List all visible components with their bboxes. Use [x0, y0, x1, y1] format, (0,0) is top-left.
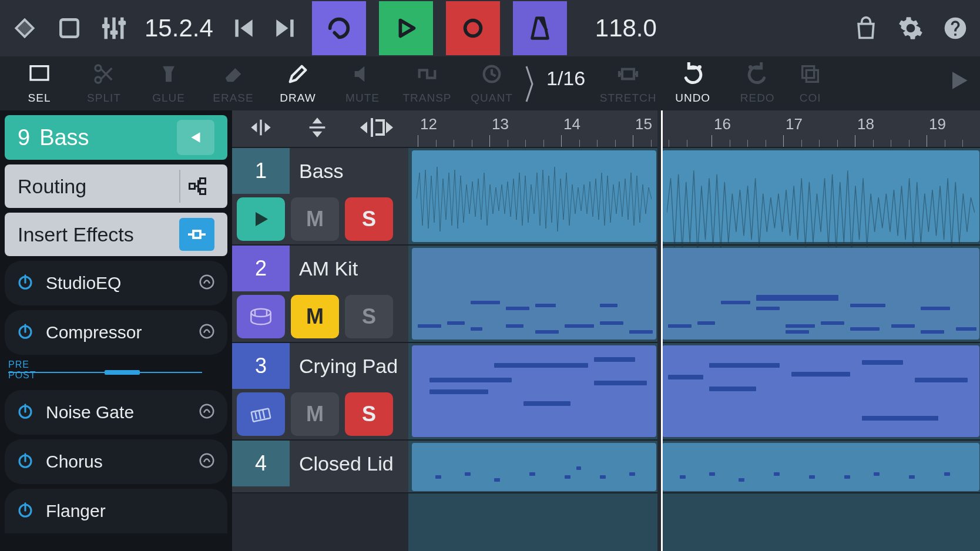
track-row[interactable]: 4 Closed Lid	[232, 441, 408, 493]
effect-item[interactable]: Compressor	[5, 310, 227, 355]
track-name: Bass	[39, 125, 89, 150]
edit-icon[interactable]	[198, 273, 216, 293]
draw-tool[interactable]: DRAW	[266, 60, 330, 105]
stretch-tool[interactable]: STRETCH	[596, 60, 660, 105]
loop-button[interactable]	[312, 1, 366, 55]
shop-icon[interactable]	[852, 14, 880, 42]
track-name-label: Crying Pad	[290, 355, 398, 378]
timeline[interactable]: 1213141516171819	[408, 110, 980, 551]
svg-rect-19	[190, 184, 195, 189]
timeline-ruler[interactable]: 1213141516171819	[408, 110, 980, 148]
power-icon[interactable]	[16, 501, 34, 521]
track-list-controls	[232, 110, 408, 148]
solo-button[interactable]: S	[345, 197, 393, 241]
audio-clip[interactable]	[412, 150, 656, 242]
undo-tool[interactable]: UNDO	[660, 60, 725, 105]
power-icon[interactable]	[16, 402, 34, 422]
tool-bar: SEL SPLIT GLUE ERASE DRAW MUTE TRANSP QU…	[0, 56, 980, 110]
midi-clip[interactable]	[412, 443, 656, 491]
solo-button[interactable]: S	[345, 392, 393, 436]
settings-icon[interactable]	[897, 14, 925, 42]
svg-rect-17	[803, 66, 814, 78]
power-icon[interactable]	[16, 322, 34, 342]
effect-item[interactable]: Noise Gate	[5, 390, 227, 435]
play-button[interactable]	[379, 1, 433, 55]
metronome-button[interactable]	[513, 1, 567, 55]
svg-point-16	[749, 65, 753, 69]
power-icon[interactable]	[16, 452, 34, 472]
solo-button[interactable]: S	[345, 295, 393, 338]
instrument-icon[interactable]	[237, 295, 285, 338]
svg-point-28	[200, 405, 214, 418]
transport-group	[230, 1, 567, 55]
power-icon[interactable]	[16, 273, 34, 293]
edit-icon[interactable]	[198, 452, 216, 472]
track-row[interactable]: 3 Crying Pad M S	[232, 343, 408, 441]
track-name-label: Closed Lid	[290, 452, 394, 475]
redo-tool[interactable]: REDO	[725, 60, 790, 105]
playhead[interactable]	[661, 110, 663, 551]
effect-item[interactable]: Flanger	[5, 489, 227, 533]
edit-icon[interactable]	[198, 402, 216, 422]
track-row[interactable]: 2 AM Kit M S	[232, 246, 408, 343]
midi-clip[interactable]	[662, 443, 979, 491]
play-tool-icon[interactable]	[945, 66, 973, 95]
project-icon[interactable]	[11, 14, 39, 42]
snap-toggle-icon[interactable]	[360, 116, 393, 142]
split-tool[interactable]: SPLIT	[72, 60, 136, 105]
routing-icon	[179, 170, 214, 203]
track-row[interactable]: 1 Bass M S	[232, 148, 408, 246]
record-button[interactable]	[446, 1, 500, 55]
mute-button[interactable]: M	[291, 295, 339, 338]
snap-value[interactable]: 1/16	[546, 67, 585, 90]
svg-rect-4	[102, 24, 110, 28]
copy-tool[interactable]: COI	[790, 60, 831, 105]
help-icon[interactable]	[941, 14, 969, 42]
midi-clip[interactable]	[662, 248, 979, 340]
midi-clip[interactable]	[412, 345, 656, 437]
erase-tool[interactable]: ERASE	[201, 60, 266, 105]
mute-button[interactable]: M	[291, 197, 339, 241]
effect-item[interactable]: StudioEQ	[5, 261, 227, 305]
clip-row	[408, 246, 980, 343]
horizontal-zoom-icon[interactable]	[247, 116, 274, 142]
svg-rect-0	[61, 19, 78, 36]
select-tool[interactable]: SEL	[7, 60, 72, 105]
collapse-icon[interactable]	[177, 120, 214, 155]
quantize-tool[interactable]: QUANT	[459, 60, 524, 105]
effect-item[interactable]: Chorus	[5, 439, 227, 484]
transpose-tool[interactable]: TRANSP	[395, 60, 459, 105]
svg-point-11	[95, 65, 101, 71]
pre-post-fader[interactable]: PRE POST	[5, 360, 227, 385]
instrument-icon[interactable]	[237, 392, 285, 436]
svg-rect-6	[118, 21, 126, 25]
midi-clip[interactable]	[412, 248, 656, 340]
selected-track-header[interactable]: 9 Bass	[5, 115, 227, 160]
svg-rect-2	[112, 18, 116, 39]
track-number-box: 2	[232, 246, 290, 291]
track-number: 9	[18, 125, 30, 150]
audio-clip[interactable]	[662, 150, 979, 242]
svg-point-35	[251, 309, 270, 317]
mute-tool[interactable]: MUTE	[330, 60, 395, 105]
prev-icon[interactable]	[230, 14, 258, 42]
next-icon[interactable]	[271, 14, 299, 42]
svg-rect-14	[622, 69, 634, 79]
ruler-label: 16	[714, 115, 731, 133]
tempo-display[interactable]: 118.0	[595, 14, 657, 42]
glue-tool[interactable]: GLUE	[136, 60, 201, 105]
inspector-panel: 9 Bass Routing Insert Effects StudioEQ	[0, 110, 232, 551]
track-number-box: 1	[232, 148, 290, 194]
midi-clip[interactable]	[662, 345, 979, 437]
stop-icon[interactable]	[55, 14, 83, 42]
time-display[interactable]: 15.2.4	[145, 14, 213, 42]
edit-icon[interactable]	[198, 322, 216, 342]
insert-effects-section[interactable]: Insert Effects	[5, 213, 227, 256]
routing-section[interactable]: Routing	[5, 164, 227, 208]
mixer-icon[interactable]	[100, 14, 128, 42]
track-list: 1 Bass M S 2 AM Kit M S 3 Crying	[232, 110, 408, 551]
instrument-icon[interactable]	[237, 197, 285, 241]
clip-row	[408, 343, 980, 441]
vertical-zoom-icon[interactable]	[306, 114, 329, 143]
mute-button[interactable]: M	[291, 392, 339, 436]
